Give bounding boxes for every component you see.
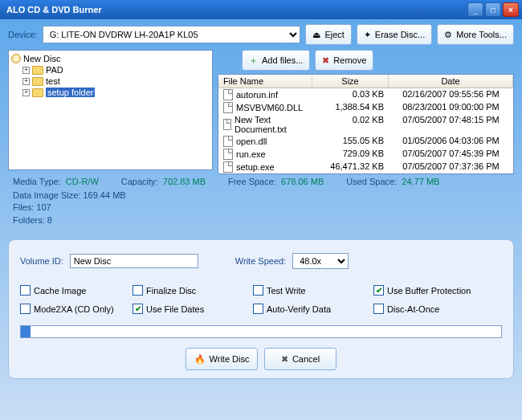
- col-size[interactable]: Size: [312, 75, 389, 88]
- device-label: Device:: [8, 30, 38, 39]
- add-icon: ＋: [249, 55, 258, 67]
- table-row[interactable]: New Text Document.txt0.02 KB07/05/2007 0…: [218, 114, 513, 135]
- table-row[interactable]: MSVBVM60.DLL1,388.54 KB08/23/2001 09:00:…: [218, 101, 513, 114]
- erase-icon: ✦: [364, 30, 371, 40]
- free-space-label: Free Space:: [228, 177, 276, 186]
- used-space-label: Used Space:: [346, 177, 397, 186]
- use-file-dates-check[interactable]: ✔Use File Dates: [133, 304, 253, 314]
- tree-root[interactable]: New Disc: [11, 53, 210, 64]
- test-write-check[interactable]: Test Write: [253, 285, 373, 296]
- disc-at-once-check[interactable]: Disc-At-Once: [373, 304, 518, 314]
- title-bar: ALO CD & DVD Burner _ □ ×: [0, 0, 522, 19]
- folder-icon: [32, 66, 43, 75]
- cancel-button[interactable]: ✖Cancel: [264, 348, 336, 370]
- tree-item-selected[interactable]: +setup folder: [11, 87, 210, 98]
- device-select[interactable]: G: LITE-ON DVDRW LH-20A1P KL05: [43, 26, 301, 43]
- cancel-icon: ✖: [281, 354, 288, 365]
- image-size: Data Image Size: 169.44 MB: [13, 190, 509, 202]
- folder-icon: [32, 77, 43, 86]
- table-row[interactable]: run.exe729.09 KB07/05/2007 07:45:39 PM: [218, 148, 513, 161]
- col-filename[interactable]: File Name: [218, 75, 312, 88]
- tools-icon: ⚙: [444, 30, 452, 40]
- tree-item[interactable]: +PAD: [11, 64, 210, 75]
- close-button[interactable]: ×: [503, 2, 519, 17]
- folder-tree[interactable]: New Disc +PAD +test +setup folder: [8, 50, 213, 170]
- buffer-protection-check[interactable]: ✔Use Buffer Protection: [373, 285, 518, 296]
- file-icon: [223, 102, 233, 113]
- media-type-value: CD-R/W: [66, 177, 99, 186]
- capacity-label: Capacity:: [121, 177, 158, 186]
- eject-button[interactable]: ⏏Eject: [305, 24, 351, 45]
- auto-verify-check[interactable]: Auto-Verify Data: [253, 304, 373, 314]
- minimize-button[interactable]: _: [467, 2, 483, 17]
- used-space-value: 24.77 MB: [402, 177, 439, 186]
- write-speed-select[interactable]: 48.0x: [292, 253, 349, 269]
- table-row[interactable]: autorun.inf0.03 KB02/16/2007 09:55:56 PM: [218, 88, 513, 101]
- write-speed-label: Write Speed:: [235, 256, 286, 266]
- capacity-value: 702.83 MB: [163, 177, 206, 186]
- burn-panel: Volume ID: Write Speed: 48.0x Cache Imag…: [8, 239, 514, 379]
- files-count: Files: 107: [13, 202, 509, 214]
- erase-button[interactable]: ✦Erase Disc...: [357, 24, 432, 45]
- file-icon: [223, 119, 231, 130]
- volume-id-input[interactable]: [70, 254, 198, 268]
- cache-image-check[interactable]: Cache Image: [20, 285, 133, 296]
- write-disc-button[interactable]: 🔥Write Disc: [186, 348, 258, 370]
- table-row[interactable]: setup.exe46,471.32 KB07/05/2007 07:37:36…: [218, 161, 513, 173]
- finalize-disc-check[interactable]: Finalize Disc: [133, 285, 253, 296]
- tree-item[interactable]: +test: [11, 75, 210, 87]
- file-table[interactable]: File Name Size Date autorun.inf0.03 KB02…: [218, 74, 514, 174]
- file-icon: [223, 149, 233, 160]
- app-title: ALO CD & DVD Burner: [3, 5, 466, 14]
- volume-id-label: Volume ID:: [20, 256, 63, 266]
- progress-bar: [20, 325, 502, 338]
- file-icon: [223, 136, 233, 147]
- media-type-label: Media Type:: [13, 177, 61, 186]
- expand-icon[interactable]: +: [22, 89, 30, 96]
- folder-icon: [32, 88, 43, 97]
- free-space-value: 678.06 MB: [281, 177, 324, 186]
- disc-icon: [11, 54, 21, 63]
- col-date[interactable]: Date: [389, 75, 513, 88]
- file-icon: [223, 89, 233, 100]
- file-icon: [223, 161, 233, 173]
- remove-icon: ✖: [322, 55, 329, 66]
- folders-count: Folders: 8: [13, 214, 509, 226]
- table-row[interactable]: open.dll155.05 KB01/05/2006 04:03:06 PM: [218, 135, 513, 148]
- remove-button[interactable]: ✖Remove: [315, 50, 373, 71]
- maximize-button[interactable]: □: [485, 2, 501, 17]
- more-tools-button[interactable]: ⚙More Tools...: [437, 24, 514, 45]
- burn-icon: 🔥: [194, 354, 206, 365]
- mode2xa-check[interactable]: Mode2XA (CD Only): [20, 304, 133, 314]
- expand-icon[interactable]: +: [22, 78, 30, 85]
- eject-icon: ⏏: [312, 30, 320, 40]
- add-files-button[interactable]: ＋Add files...: [242, 50, 310, 71]
- expand-icon[interactable]: +: [22, 67, 30, 74]
